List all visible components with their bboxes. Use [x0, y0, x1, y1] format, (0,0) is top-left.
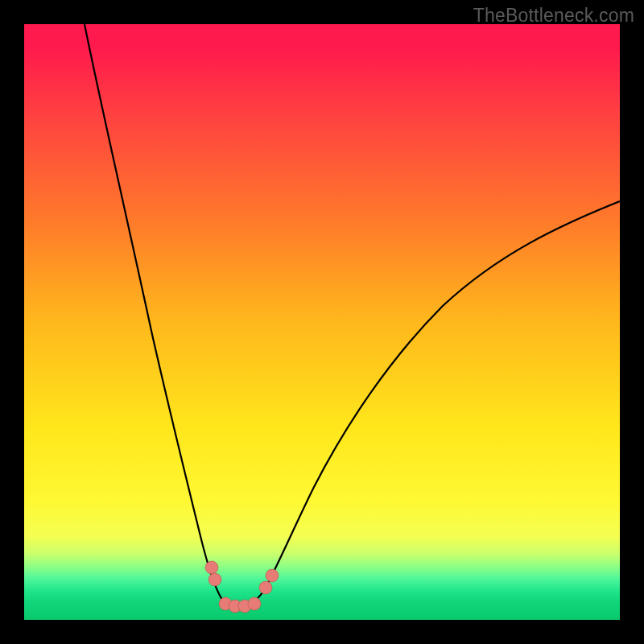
marker-left-lower: [208, 573, 221, 586]
curve-right-branch: [242, 201, 620, 605]
marker-right-upper: [266, 569, 279, 582]
marker-left-upper: [205, 561, 218, 574]
curve-left-branch: [85, 24, 242, 606]
marker-right-lower: [259, 581, 272, 594]
watermark-text: TheBottleneck.com: [473, 5, 634, 27]
bottleneck-curve-svg: [24, 24, 620, 620]
marker-bottom-4: [248, 597, 261, 610]
chart-plot-area: [24, 24, 620, 620]
